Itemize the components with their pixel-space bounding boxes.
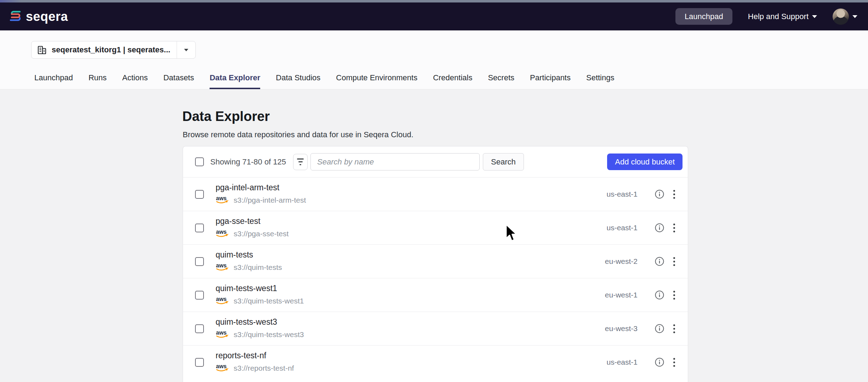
bucket-uri: s3://pga-sse-test <box>234 230 289 238</box>
info-icon[interactable] <box>655 189 664 199</box>
row-checkbox[interactable] <box>195 257 204 266</box>
chevron-down-icon <box>184 49 188 51</box>
tab-credentials[interactable]: Credentials <box>433 67 472 89</box>
tab-label: Participants <box>530 73 571 82</box>
tab-settings[interactable]: Settings <box>586 67 615 89</box>
tab-compute-environments[interactable]: Compute Environments <box>336 67 417 89</box>
search-button[interactable]: Search <box>483 153 524 170</box>
tab-label: Runs <box>88 73 107 82</box>
bucket-name[interactable]: reports-test-nf <box>216 351 294 360</box>
row-checkbox[interactable] <box>195 190 204 199</box>
svg-text:aws: aws <box>216 296 227 302</box>
kebab-menu-button[interactable] <box>670 222 678 234</box>
tab-label: Data Studios <box>276 73 320 82</box>
add-cloud-bucket-button[interactable]: Add cloud bucket <box>607 154 683 170</box>
seqera-brand[interactable]: seqera <box>9 9 68 24</box>
svg-text:aws: aws <box>216 262 227 268</box>
bucket-name[interactable]: quim-tests-west1 <box>216 284 304 293</box>
tab-bar: Launchpad Runs Actions Datasets Data Exp… <box>0 67 868 89</box>
chevron-down-icon <box>852 15 857 18</box>
bucket-uri: s3://reports-test-nf <box>234 364 294 372</box>
workspace-selector[interactable]: seqeratest_kitorg1 | seqerates... <box>31 41 196 59</box>
tab-runs[interactable]: Runs <box>88 67 107 89</box>
tab-label: Secrets <box>488 73 514 82</box>
brand-name: seqera <box>26 9 68 24</box>
filter-button[interactable] <box>293 154 308 170</box>
tab-label: Compute Environments <box>336 73 417 82</box>
bucket-region: us-east-1 <box>577 358 638 366</box>
bucket-region: eu-west-3 <box>577 324 638 333</box>
kebab-menu-button[interactable] <box>670 323 678 335</box>
bucket-region: eu-west-1 <box>577 291 638 299</box>
tab-datasets[interactable]: Datasets <box>163 67 194 89</box>
organization-icon <box>37 45 47 55</box>
bucket-uri: s3://quim-tests <box>234 263 282 272</box>
info-icon[interactable] <box>655 357 664 367</box>
tab-label: Launchpad <box>34 73 73 82</box>
tab-launchpad[interactable]: Launchpad <box>34 67 73 89</box>
bucket-row[interactable]: quim-tests-west3 aws s3://quim-tests-wes… <box>183 312 688 345</box>
bucket-name[interactable]: quim-tests <box>216 250 282 260</box>
tab-actions[interactable]: Actions <box>122 67 148 89</box>
list-toolbar: Showing 71-80 of 125 Search Add cloud bu… <box>183 146 688 177</box>
seqera-logo-icon <box>9 10 22 24</box>
filter-icon <box>297 158 304 160</box>
svg-text:aws: aws <box>216 330 227 336</box>
tab-data-studios[interactable]: Data Studios <box>276 67 320 89</box>
bucket-region: eu-west-2 <box>577 257 638 266</box>
app-window: seqera Launchpad Help and Support <box>0 0 868 382</box>
launchpad-button[interactable]: Launchpad <box>675 8 732 25</box>
kebab-menu-button[interactable] <box>670 255 678 267</box>
avatar[interactable] <box>833 8 849 25</box>
bucket-row[interactable]: pga-sse-test aws s3://pga-sse-test us-ea… <box>183 211 688 244</box>
bucket-name[interactable]: quim-tests-west3 <box>216 317 304 327</box>
bucket-uri: s3://quim-tests-west1 <box>234 297 304 305</box>
data-explorer-panel: Showing 71-80 of 125 Search Add cloud bu… <box>183 146 688 382</box>
tab-participants[interactable]: Participants <box>530 67 571 89</box>
aws-icon: aws <box>216 363 230 374</box>
info-icon[interactable] <box>655 290 664 300</box>
kebab-menu-button[interactable] <box>670 188 678 200</box>
bucket-row[interactable]: pga-intel-arm-test aws s3://pga-intel-ar… <box>183 177 688 211</box>
bucket-list: pga-intel-arm-test aws s3://pga-intel-ar… <box>183 177 688 379</box>
tab-label: Settings <box>586 73 615 82</box>
bucket-name[interactable]: pga-intel-arm-test <box>216 183 306 192</box>
row-checkbox[interactable] <box>195 291 204 300</box>
window-top-edge <box>0 0 868 2</box>
user-menu[interactable] <box>833 8 857 25</box>
workspace-dropdown-toggle[interactable] <box>177 49 195 51</box>
tab-secrets[interactable]: Secrets <box>488 67 514 89</box>
workspace-name: seqeratest_kitorg1 | seqerates... <box>52 45 170 54</box>
svg-text:aws: aws <box>216 195 227 201</box>
select-all-checkbox[interactable] <box>195 157 204 166</box>
info-icon[interactable] <box>655 223 664 233</box>
row-checkbox[interactable] <box>195 358 204 367</box>
bucket-region: us-east-1 <box>577 190 638 198</box>
bucket-name[interactable]: pga-sse-test <box>216 216 289 226</box>
search-input[interactable] <box>310 153 480 170</box>
bucket-uri: s3://quim-tests-west3 <box>234 330 304 339</box>
kebab-menu-button[interactable] <box>670 289 678 301</box>
top-navbar: seqera Launchpad Help and Support <box>0 2 868 30</box>
bucket-region: us-east-1 <box>577 224 638 232</box>
bucket-row[interactable]: reports-test-nf aws s3://reports-test-nf… <box>183 345 688 379</box>
showing-count: Showing 71-80 of 125 <box>210 157 286 167</box>
tab-label: Data Explorer <box>210 73 260 82</box>
page-title: Data Explorer <box>182 109 270 124</box>
row-checkbox[interactable] <box>195 324 204 333</box>
bucket-row[interactable]: quim-tests-west1 aws s3://quim-tests-wes… <box>183 278 688 312</box>
row-checkbox[interactable] <box>195 224 204 232</box>
aws-icon: aws <box>216 228 230 239</box>
help-and-support-menu[interactable]: Help and Support <box>748 12 817 21</box>
chevron-down-icon <box>812 15 817 18</box>
help-and-support-label: Help and Support <box>748 12 809 21</box>
info-icon[interactable] <box>655 324 664 334</box>
bucket-row[interactable]: quim-tests aws s3://quim-tests eu-west-2 <box>183 244 688 278</box>
aws-icon: aws <box>216 195 230 206</box>
tab-data-explorer[interactable]: Data Explorer <box>210 67 260 89</box>
info-icon[interactable] <box>655 256 664 266</box>
kebab-menu-button[interactable] <box>670 356 678 368</box>
tab-label: Credentials <box>433 73 472 82</box>
bucket-uri: s3://pga-intel-arm-test <box>234 196 306 204</box>
page-subtitle: Browse remote data repositories and data… <box>183 130 413 139</box>
